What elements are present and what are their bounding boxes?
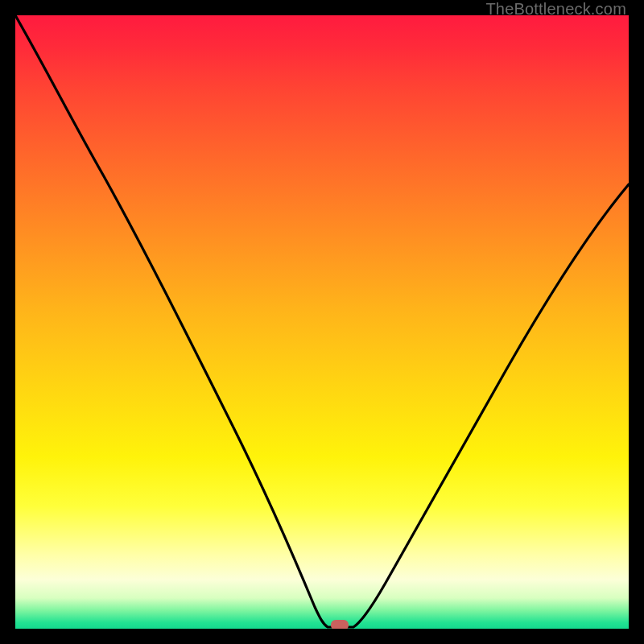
bottleneck-curve <box>15 15 629 627</box>
watermark-text: TheBottleneck.com <box>485 0 626 19</box>
bottleneck-marker <box>331 620 349 629</box>
chart-svg <box>15 15 629 629</box>
plot-area <box>15 15 629 629</box>
